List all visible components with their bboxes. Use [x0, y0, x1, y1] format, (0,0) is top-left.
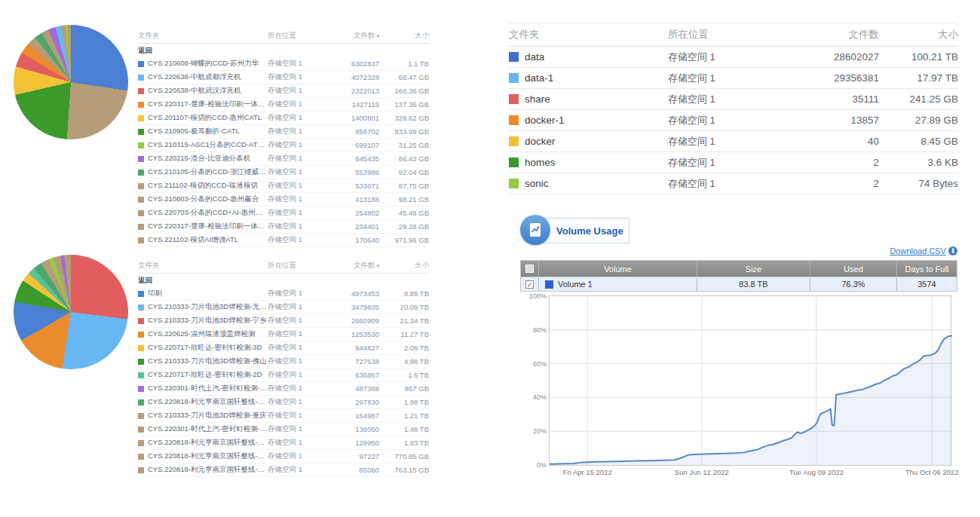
table-row[interactable]: CYS.220818-利元亨南京国轩整线-顶盖焊-3D存储空间 12978301…	[138, 396, 429, 409]
folder-column-header[interactable]: 文件夹	[138, 261, 268, 271]
back-row[interactable]: 返回	[138, 44, 429, 57]
location-cell: 存储空间 1	[668, 177, 789, 191]
table-row[interactable]: CYS.210105-分条的CCD-浙江锂威（兰溪）存储空间 155398692…	[138, 166, 429, 179]
folder-name: CYS.220638-中航武汉浮充机	[148, 86, 241, 96]
shared-folder-table: 文件夹所在位置文件数大小data存储空间 128602027100.21 TBd…	[509, 23, 958, 194]
table-row[interactable]: CYS.210333-刀片电池3D焊检测-无为-2期存储空间 134798352…	[138, 301, 429, 314]
files-column-header[interactable]: 文件数	[789, 28, 879, 41]
folder-color-chip	[138, 345, 144, 351]
files-cell: 2	[789, 178, 879, 189]
table-row[interactable]: CYS.210333-刀片电池3D焊检测-佛山存储空间 17276384.98 …	[138, 355, 429, 369]
folder-column-header[interactable]: 文件夹	[138, 31, 268, 41]
select-all-checkbox[interactable]	[525, 265, 534, 273]
folder-name-cell: CYS.210333-刀片电池3D焊检测-重庆	[138, 411, 268, 421]
table-row[interactable]: CYS.201107-模切的CCD-惠州CATL存储空间 11400801328…	[138, 112, 429, 125]
table-row[interactable]: CYS.210333-刀片电池3D焊检测-重庆存储空间 11649871.21 …	[138, 409, 429, 423]
table-row[interactable]: CYS.220638-中航武汉浮充机存储空间 12322013166.36 GB	[138, 84, 429, 98]
table-row[interactable]: docker存储空间 1408.45 GB	[509, 131, 958, 152]
table-row[interactable]: share存储空间 135111241.25 GB	[509, 89, 958, 110]
location-cell: 存储空间 1	[268, 316, 326, 326]
size-column-header[interactable]: 大小	[879, 28, 958, 41]
back-link[interactable]: 返回	[138, 46, 152, 56]
folder-color-chip	[138, 467, 144, 473]
folder-name: CYS.220717-欣旺达-密封钉检测-3D	[148, 343, 262, 353]
folder-color-chip	[509, 73, 519, 83]
table-row[interactable]: CYS.220301-时代上汽-密封钉检测-2D存储空间 11380501.48…	[138, 423, 429, 436]
location-cell: 存储空间 1	[668, 135, 789, 148]
size-column-header[interactable]: 大小	[379, 261, 429, 271]
table-row[interactable]: CYS.211102-模切的CCD-瑞浦模切存储空间 153307187.75 …	[138, 179, 429, 193]
table-row[interactable]: 印刷存储空间 149734538.89 TB	[138, 287, 429, 301]
table-row[interactable]: CYS.220625-温州瑞浦顶盖焊检测存储空间 1125353011.27 T…	[138, 328, 429, 341]
table-row[interactable]: docker-1存储空间 11385727.89 GB	[509, 110, 958, 131]
table-row[interactable]: data-1存储空间 12935638117.97 TB	[509, 68, 958, 89]
table-row[interactable]: CYS.210333-刀片电池3D焊检测-宁乡存储空间 1286090921.3…	[138, 314, 429, 328]
table-row[interactable]: CYS.220703-分条的CCD+AI-惠州赢合存储空间 125480245.…	[138, 206, 429, 220]
location-cell: 存储空间 1	[268, 86, 326, 96]
size-cell: 74 Bytes	[879, 178, 958, 189]
location-cell: 存储空间 1	[668, 72, 789, 85]
folder-name-cell: share	[509, 93, 668, 105]
folder-color-chip	[138, 427, 144, 433]
size-cell: 1.48 TB	[379, 425, 429, 433]
size-column-header[interactable]: 大小	[379, 31, 429, 41]
folder-color-chip	[509, 52, 519, 62]
location-column-header[interactable]: 所在位置	[668, 28, 789, 41]
files-cell: 645435	[326, 154, 379, 163]
folder-name: homes	[525, 157, 556, 168]
table-row[interactable]: CYS.220818-利元亨南京国轩整线-顶盖焊-2D存储空间 11299501…	[138, 436, 429, 450]
shared-table-header: 文件夹所在位置文件数大小	[509, 23, 958, 47]
table-row[interactable]: CYS.220717-欣旺达-密封钉检测-2D存储空间 16368671.6 T…	[138, 369, 429, 382]
table-row[interactable]: CYS.210905-极耳翻折-CATL存储空间 1856702833.99 G…	[138, 125, 429, 139]
folder-name-cell: CYS.210315-ASC1分条的CCD-ATL分条机	[138, 140, 268, 150]
location-column-header[interactable]: 所在位置	[268, 261, 326, 271]
location-column-header[interactable]: 所在位置	[268, 31, 326, 41]
files-cell: 6302837	[326, 60, 379, 68]
volume-row-checkbox[interactable]: ✓	[525, 280, 534, 289]
volume-usage-title: Volume Usage	[556, 225, 623, 237]
folder-color-chip	[138, 332, 144, 338]
files-column-header[interactable]: 文件数▾	[326, 261, 379, 271]
table-row[interactable]: homes存储空间 123.6 KB	[509, 152, 958, 173]
files-cell: 553986	[326, 168, 379, 176]
folder-color-chip	[138, 413, 144, 419]
table-row[interactable]: CYS.210608-蝴蝶的CCD-苏州力华存储空间 163028371.1 T…	[138, 57, 429, 71]
select-all-checkbox-cell[interactable]	[521, 261, 539, 277]
table-row[interactable]: sonic存储空间 1274 Bytes	[509, 173, 958, 194]
folder-name: sonic	[525, 178, 549, 189]
folder-name: CYS.201107-模切的CCD-惠州CATL	[148, 113, 262, 123]
table-row[interactable]: CYS.210803-分条的CCD-惠州赢合存储空间 141318898.21 …	[138, 193, 429, 206]
files-column-header[interactable]: 文件数▾	[326, 31, 379, 41]
table-row[interactable]: CYS.220215-混合-比亚迪分条机存储空间 164543586.43 GB	[138, 152, 429, 166]
location-cell: 存储空间 1	[268, 113, 326, 123]
folder-name: CYS.210803-分条的CCD-惠州赢合	[148, 194, 259, 204]
location-cell: 存储空间 1	[268, 222, 326, 231]
back-row[interactable]: 返回	[138, 274, 429, 287]
folder-column-header[interactable]: 文件夹	[509, 28, 668, 41]
folder-name: CYS.211102-模切的CCD-瑞浦模切	[148, 181, 258, 191]
size-cell: 98.21 GB	[379, 195, 429, 203]
size-cell: 31.25 GB	[379, 141, 429, 149]
table-row[interactable]: CYS.220717-欣旺达-密封钉检测-3D存储空间 19448272.08 …	[138, 341, 429, 355]
folder-name: CYS.210608-蝴蝶的CCD-苏州力华	[148, 59, 259, 69]
table-row[interactable]: CYS.220301-时代上汽-密封钉检测-3D存储空间 1487368857 …	[138, 382, 429, 396]
table-row[interactable]: CYS.210315-ASC1分条的CCD-ATL分条机存储空间 1699107…	[138, 139, 429, 152]
folder-color-chip	[138, 386, 144, 392]
table-row[interactable]: CYS.220818-利元亨南京国轩整线-盖板激光焊接-...存储空间 1972…	[138, 450, 429, 463]
folder-color-chip	[138, 197, 144, 203]
table-row[interactable]: CYS.220317-楚康-检验法印刷一体机-缺陷检测存储空间 11427115…	[138, 98, 429, 112]
table-row[interactable]: CYS.221102-模切AI增强ATL存储空间 1170640971.96 G…	[138, 234, 429, 247]
table-row[interactable]: data存储空间 128602027100.21 TB	[509, 47, 958, 68]
location-cell: 存储空间 1	[268, 194, 326, 204]
table-row[interactable]: CYS.220638-中航成都浮充机存储空间 1407232866.47 GB	[138, 71, 429, 84]
folder-name-cell: CYS.220818-利元亨南京国轩整线-顶盖焊-2D	[138, 438, 268, 448]
folder-name-cell: CYS.220317-楚康-检验法印刷一体机-缺陷检测	[138, 99, 268, 109]
volume-usage-header: Volume Usage	[520, 215, 957, 248]
table-row[interactable]: CYS.220317-楚康-检验法印刷一体机-定位存储空间 123440129.…	[138, 220, 429, 234]
back-link[interactable]: 返回	[138, 276, 152, 286]
folder-name: data-1	[525, 72, 553, 84]
files-cell: 413188	[326, 195, 379, 203]
table-row[interactable]: CYS.220818-利元亨南京国轩整线-密封钉存储空间 165060763.1…	[138, 463, 429, 477]
volume-table-row[interactable]: ✓ Volume 1 83.8 TB 76.3% 3574	[521, 277, 957, 291]
files-cell: 699107	[326, 141, 379, 149]
